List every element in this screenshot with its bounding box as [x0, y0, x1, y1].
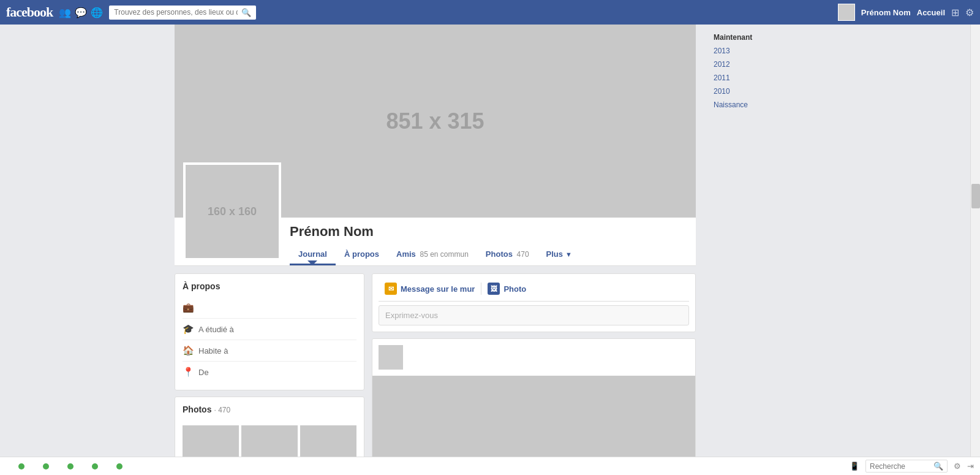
bottom-gear-icon[interactable]: ⚙: [954, 462, 961, 471]
profile-tabs: Journal À propos Amis 85 en commun Photo…: [290, 243, 696, 265]
bottom-right: 📱 🔍 ⚙ ⇥: [850, 460, 974, 473]
photo-tab-icon: 🖼: [488, 283, 500, 295]
about-card: À propos 💼 🎓 A étudié à 🏠: [175, 273, 364, 390]
timeline-item-maintenant[interactable]: Maintenant: [714, 31, 805, 44]
home-icon: 🏠: [183, 345, 194, 356]
timeline-item-2013[interactable]: 2013: [714, 44, 805, 58]
cover-wrapper: 851 x 315 160 x 160: [175, 25, 707, 218]
bottom-search-input[interactable]: [870, 462, 931, 471]
feed-post: [372, 338, 696, 475]
about-work: 💼: [183, 297, 356, 319]
feed-avatar: [379, 345, 403, 370]
profile-body: À propos 💼 🎓 A étudié à 🏠: [175, 266, 696, 475]
chevron-down-icon: ▼: [565, 251, 572, 258]
scrollbar[interactable]: [970, 25, 980, 457]
right-column: ✉ Message sur le mur 🖼 Photo Exprimez-vo…: [372, 273, 696, 475]
photos-header: Photos · 470: [183, 405, 356, 420]
post-box-tabs: ✉ Message sur le mur 🖼 Photo: [379, 280, 689, 302]
photos-badge: 470: [517, 250, 529, 259]
post-tab-photo[interactable]: 🖼 Photo: [481, 280, 532, 297]
photos-count: · 470: [214, 406, 230, 414]
timeline-sidebar: Maintenant 2013 2012 2011 2010 Naissance: [707, 25, 805, 475]
cover-dimensions: 851 x 315: [386, 108, 484, 134]
grid-icon[interactable]: ⊞: [951, 7, 959, 18]
mobile-icon[interactable]: 📱: [850, 462, 859, 471]
status-dot-3: [67, 463, 74, 469]
left-column: À propos 💼 🎓 A étudié à 🏠: [175, 273, 364, 475]
profile-name: Prénom Nom: [290, 218, 696, 243]
profile-picture: 160 x 160: [183, 162, 281, 260]
username[interactable]: Prénom Nom: [861, 8, 911, 17]
search-icon: 🔍: [241, 8, 251, 17]
friends-icon[interactable]: 👥: [59, 7, 71, 18]
about-school: 🎓 A étudié à: [183, 319, 356, 340]
about-home: 🏠 Habite à: [183, 340, 356, 362]
cover-photo: 851 x 315 160 x 160: [175, 25, 696, 218]
avatar: [838, 4, 855, 21]
timeline-item-naissance[interactable]: Naissance: [714, 98, 805, 112]
photos-title: Photos: [183, 405, 211, 414]
globe-icon[interactable]: 🌐: [91, 7, 103, 18]
tab-amis[interactable]: Amis 85 en commun: [388, 243, 477, 265]
search-input[interactable]: [114, 8, 238, 17]
status-dot-2: [43, 463, 49, 469]
about-from: 📍 De: [183, 362, 356, 382]
scrollbar-thumb[interactable]: [971, 184, 980, 208]
topnav-nav-icons: 👥 💬 🌐: [59, 7, 103, 18]
timeline-item-2012[interactable]: 2012: [714, 58, 805, 71]
bottom-login-icon[interactable]: ⇥: [967, 462, 974, 471]
tab-photos[interactable]: Photos 470: [477, 243, 538, 265]
tab-journal[interactable]: Journal: [290, 243, 336, 265]
status-dot-4: [92, 463, 98, 469]
amis-badge: 85 en commun: [420, 250, 468, 259]
school-icon: 🎓: [183, 324, 194, 335]
post-box: ✉ Message sur le mur 🖼 Photo Exprimez-vo…: [372, 273, 696, 332]
post-tab-message[interactable]: ✉ Message sur le mur: [379, 280, 481, 297]
post-input[interactable]: Exprimez-vous: [379, 305, 689, 325]
bottom-search-bar: 🔍: [865, 460, 948, 473]
about-title: À propos: [183, 281, 356, 291]
accueil-link[interactable]: Accueil: [917, 8, 945, 17]
location-icon: 📍: [183, 367, 194, 378]
feed-post-header: [372, 339, 695, 376]
message-tab-icon: ✉: [385, 283, 397, 295]
timeline-item-2011[interactable]: 2011: [714, 71, 805, 85]
tab-apropos[interactable]: À propos: [336, 243, 388, 265]
gear-icon[interactable]: ⚙: [965, 7, 974, 18]
work-icon: 💼: [183, 302, 194, 313]
bottom-search-icon: 🔍: [933, 462, 943, 471]
search-bar: 🔍: [109, 6, 256, 20]
facebook-logo: facebook: [6, 4, 53, 20]
tab-more[interactable]: Plus ▼: [538, 243, 581, 265]
topnav: facebook 👥 💬 🌐 🔍 Prénom Nom Accueil ⊞ ⚙: [0, 0, 980, 25]
status-dot-5: [116, 463, 123, 469]
bottom-bar: 📱 🔍 ⚙ ⇥: [0, 457, 980, 475]
status-dots: [6, 463, 845, 469]
profile-section: 851 x 315 160 x 160 Prénom Nom Journal: [175, 25, 707, 475]
timeline-item-2010[interactable]: 2010: [714, 85, 805, 98]
status-dot-1: [18, 463, 24, 469]
messages-icon[interactable]: 💬: [75, 7, 87, 18]
topnav-right: Prénom Nom Accueil ⊞ ⚙: [838, 4, 974, 21]
